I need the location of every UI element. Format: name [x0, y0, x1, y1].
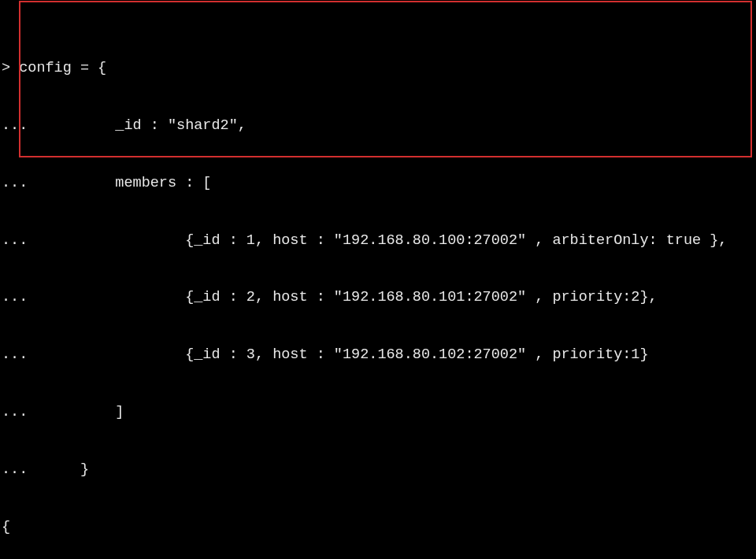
- terminal-line: {: [2, 518, 754, 537]
- terminal-line: ... {_id : 1, host : "192.168.80.100:270…: [2, 231, 754, 250]
- terminal-line: ... ]: [2, 403, 754, 422]
- terminal-line: > config = {: [2, 59, 754, 78]
- terminal-line: ... _id : "shard2",: [2, 117, 754, 135]
- terminal-line: ... {_id : 3, host : "192.168.80.102:270…: [2, 346, 754, 365]
- terminal-line: ... {_id : 2, host : "192.168.80.101:270…: [2, 288, 754, 307]
- terminal-output[interactable]: > config = { ... _id : "shard2", ... mem…: [0, 0, 756, 559]
- terminal-line: ... members : [: [2, 174, 754, 193]
- terminal-line: ... }: [2, 461, 754, 479]
